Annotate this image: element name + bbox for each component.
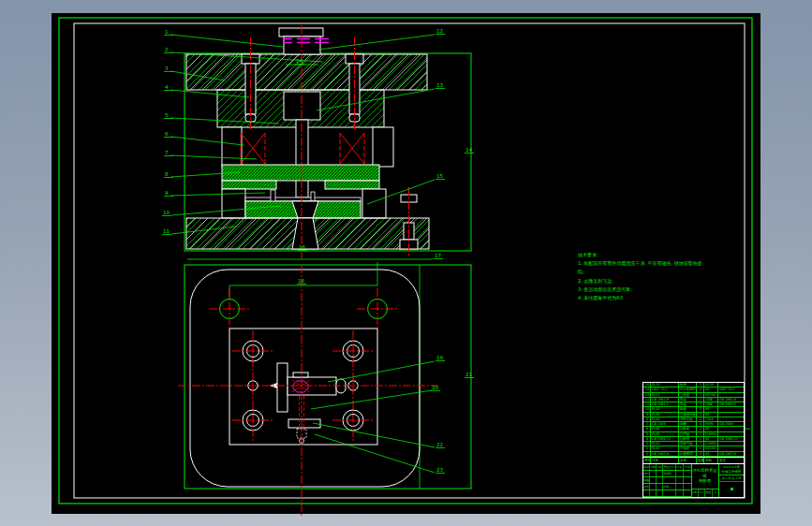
bom-cell: GB 2866.11 [718, 437, 744, 441]
balloon-number: 20 [432, 385, 438, 390]
balloon-number: 15 [436, 173, 443, 179]
signature-cell [676, 471, 684, 476]
bom-cell: PJ-10 [651, 407, 679, 411]
bom-cell: PJ-06 [651, 427, 679, 431]
signature-cell [676, 490, 684, 496]
leader-line [171, 35, 283, 47]
bom-cell [718, 432, 744, 436]
bom-cell [718, 383, 744, 387]
signature-cell [663, 477, 676, 483]
balloon-number: 3 [165, 66, 169, 71]
notes-line: 3. 各运动部位应灵活可靠; [578, 285, 701, 294]
bom-cell: HT200 [704, 393, 718, 397]
scale-cell: 数量 [705, 489, 713, 497]
spacer-right [373, 127, 393, 167]
bom-cell: 7 [643, 422, 651, 426]
notes-line: 4. 未注圆角半径为R3 [578, 294, 701, 302]
bom-cell: GB 2866.11 [651, 437, 679, 441]
signature-cell: 标记 [643, 464, 650, 470]
drawing-title-cell: 冲孔落料复合模 装配图 比例1:1数量1 [691, 464, 719, 497]
signature-cell: 分区 [657, 464, 663, 470]
bom-cell: 45 [704, 437, 718, 441]
bom-cell: 45 [704, 427, 718, 431]
bom-cell: 3 [643, 442, 651, 446]
bom-cell: 凸模固定板 [679, 413, 697, 416]
bom-cell: 11 [643, 402, 651, 406]
notes-title: 技术要求: [578, 251, 701, 259]
cross-section-view [186, 25, 429, 258]
plan-view [178, 262, 438, 517]
bom-cell: 4 [697, 387, 704, 391]
organization-cell: ××××大学 机械工程学院 共 1 张 第 1 张 [719, 464, 744, 497]
balloon-number: 1 [165, 29, 169, 35]
bom-cell: 名称 [679, 458, 697, 463]
signature-cell: 批准 [663, 484, 676, 489]
bom-cell: 下模座 [679, 446, 697, 450]
leader-line [313, 423, 435, 447]
scale-cell: 1:1 [699, 489, 706, 497]
notes-line: 1. 装配前所有零件均需清洗干净, 不应有碰伤, 锈蚀等影响使用的缺 [578, 259, 701, 268]
signature-cell: 处数 [650, 464, 657, 470]
title-block: 15PJ-15模柄1Q23514GB/T 70.1内六角螺钉445GB/T 70… [642, 382, 745, 498]
leader-line [328, 361, 435, 382]
bom-cell: 1 [697, 432, 704, 436]
bom-cell: 1 [697, 407, 704, 411]
balloon-number: 10 [163, 210, 170, 215]
parts-list: 15PJ-15模柄1Q23514GB/T 70.1内六角螺钉445GB/T 70… [643, 383, 744, 457]
guide-pin [311, 192, 315, 201]
bom-cell [718, 413, 744, 416]
bom-cell: CrWMn [704, 442, 718, 446]
signature-cell [684, 471, 691, 476]
bom-cell: PJ-05 [651, 432, 679, 436]
bom-cell: PJ-09 [651, 413, 679, 416]
signature-cell [657, 477, 663, 483]
bom-cell: 45 [704, 413, 718, 416]
signature-cell: 标准化 [663, 471, 676, 476]
balloon-number: 17 [435, 253, 441, 258]
bom-cell: 1 [697, 383, 704, 387]
balloon-number: 23 [436, 467, 443, 473]
balloon-number: 11 [163, 228, 170, 234]
bom-cell: 2 [697, 402, 704, 406]
bom-cell: 冲孔凸模 [679, 417, 697, 421]
bom-cell: 卸料板 [679, 427, 697, 431]
balloon-number: 22 [436, 442, 443, 447]
scale-cell: 1 [713, 489, 720, 497]
upper-die-seat [186, 54, 427, 90]
balloon-number: 4 [165, 84, 169, 90]
bom-cell: 代号 [651, 458, 679, 463]
bom-cell: PJ-13 [651, 393, 679, 397]
bom-cell: 弹簧 [679, 422, 697, 426]
bom-cell: 20钢 [704, 398, 718, 402]
signature-row: 设计标准化 [643, 471, 691, 477]
balloon-number: 7 [165, 150, 169, 155]
bom-cell: 数量 [697, 458, 704, 463]
bom-cell: 卸料螺钉 [679, 452, 697, 456]
bom-cell: 1 [697, 413, 704, 416]
balloon-number: 8 [165, 171, 169, 177]
signature-row [643, 490, 691, 497]
spring-right [340, 133, 364, 164]
scale-cell: 比例 [691, 489, 699, 497]
balloon-number: 2 [165, 47, 169, 52]
bom-cell: PJ-02 [651, 446, 679, 450]
bom-cell: 1 [697, 442, 704, 446]
signature-cell: 设计 [643, 471, 650, 476]
signature-row: 审核 [643, 477, 691, 484]
bom-cell: Q235 [704, 383, 718, 387]
signature-cell: 签名 [676, 464, 684, 470]
bom-cell: GB 2089 [718, 422, 744, 426]
sheet-count: 共 1 张 第 1 张 [719, 475, 744, 482]
bom-cell: 2 [697, 398, 704, 402]
balloon-number: 6 [165, 131, 169, 137]
bom-cell: CrWMn [704, 432, 718, 436]
bom-cell: 4 [697, 422, 704, 426]
bom-cell: 45 [704, 452, 718, 456]
signature-cell [684, 490, 691, 496]
bom-cell: 序号 [643, 458, 651, 463]
bom-cell: 1 [643, 452, 651, 456]
bom-cell: 上模座 [679, 393, 697, 397]
scale-row: 比例1:1数量1 [691, 489, 719, 497]
bom-cell: 5 [643, 432, 651, 436]
leader-line [315, 434, 435, 473]
